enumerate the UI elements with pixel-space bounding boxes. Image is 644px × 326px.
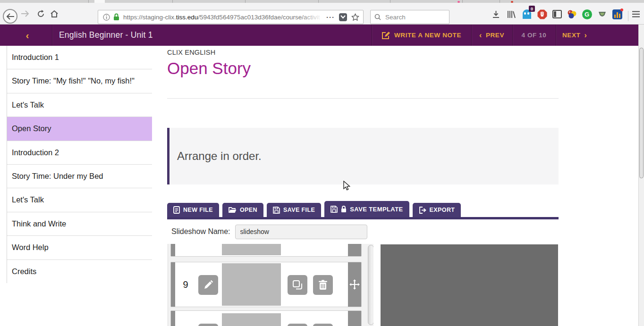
sidebar-item-story-time-my-fish[interactable]: Story Time: "My fish!" "No, my fish!" (7, 69, 152, 93)
floppy-disk-icon (330, 206, 338, 213)
export-label: EXPORT (430, 207, 455, 213)
adblock-extension-button[interactable] (536, 8, 548, 20)
slide-preview-pane (381, 244, 558, 326)
duplicate-slide-button[interactable] (288, 275, 307, 295)
slide-thumbnail (222, 313, 281, 326)
back-arrow-icon (6, 13, 15, 20)
sidebar-item-introduction-2[interactable]: Introduction 2 (7, 141, 152, 165)
library-button[interactable] (506, 8, 517, 20)
new-file-tab[interactable]: NEW FILE (167, 203, 219, 217)
course-title: English Beginner - Unit 1 (59, 25, 153, 46)
delete-slide-button[interactable] (313, 324, 333, 326)
save-template-tab[interactable]: SAVE TEMPLATE (324, 201, 409, 217)
sidebar-item-word-help[interactable]: Word Help (7, 236, 152, 259)
next-chevron-icon: › (584, 31, 587, 40)
panel-icon (552, 10, 562, 18)
slide-row-9[interactable]: 9 (170, 262, 362, 307)
sidebar-item-introduction-1[interactable]: Introduction 1 (7, 46, 152, 69)
grammarly-extension-button[interactable]: G (581, 8, 593, 20)
delete-slide-button[interactable] (313, 275, 333, 295)
slideshow-name-label: Slideshow Name: (171, 227, 230, 236)
move-handle[interactable] (348, 262, 361, 307)
prev-label: PREV (486, 32, 504, 39)
save-file-tab[interactable]: SAVE FILE (267, 203, 321, 217)
next-button[interactable]: NEXT › (556, 25, 612, 46)
site-info-icon[interactable] (98, 14, 113, 21)
slide-row-partial-top[interactable] (170, 244, 362, 257)
lock-icon (341, 206, 347, 213)
instruction-box: Arrange in order. (167, 128, 559, 184)
ghostery-badge: 0 (529, 6, 535, 12)
chart-extension-button[interactable] (611, 8, 623, 20)
sidebar-item-credits[interactable]: Credits (7, 260, 152, 283)
adblock-stop-hand-icon (537, 9, 547, 19)
sidebar-item-story-time-under-my-bed[interactable]: Story Time: Under my Bed (7, 165, 152, 188)
bookmark-star-icon[interactable] (351, 13, 359, 21)
activity-content: CLIX ENGLISH Open Story Arrange in order… (167, 46, 559, 326)
write-note-icon (381, 31, 390, 40)
open-tab[interactable]: OPEN (222, 203, 263, 217)
ghostery-extension-button[interactable]: 0 (521, 8, 533, 20)
row-left-strip (171, 244, 175, 256)
home-icon (50, 10, 59, 18)
slide-row-partial-bottom[interactable] (170, 310, 362, 326)
url-prefix: https://staging-clix. (123, 14, 176, 21)
write-note-label: WRITE A NEW NOTE (394, 32, 461, 39)
download-button[interactable] (490, 8, 501, 20)
export-tab[interactable]: EXPORT (413, 203, 461, 217)
page-scrollbar[interactable] (638, 25, 644, 326)
shield-badge-icon (598, 11, 606, 18)
slideshow-name-input[interactable] (235, 225, 367, 239)
edit-slide-button[interactable] (198, 275, 218, 295)
sidebar-item-lets-talk-2[interactable]: Let's Talk (7, 188, 152, 212)
trash-icon (318, 280, 328, 290)
url-fade (301, 14, 322, 21)
home-button[interactable] (48, 3, 61, 25)
sidebar-item-lets-talk-1[interactable]: Let's Talk (7, 93, 152, 117)
course-back-button[interactable]: ‹ (18, 25, 37, 46)
page-position-indicator: 4 OF 10 (512, 25, 556, 46)
open-folder-icon (229, 207, 237, 213)
download-icon (492, 10, 500, 18)
menu-button[interactable] (630, 8, 642, 20)
sidebar-panel-extension-button[interactable] (551, 8, 563, 20)
search-bar[interactable] (370, 10, 449, 24)
pocket-icon[interactable] (339, 13, 347, 21)
move-handle[interactable] (348, 311, 361, 326)
slide-list: 9 (168, 244, 373, 326)
sidebar-item-open-story[interactable]: Open Story (7, 117, 152, 141)
slideshow-toolbar: NEW FILE OPEN SAVE FILE SAVE TEMPLATE EX… (167, 202, 559, 217)
row-left-strip (171, 262, 175, 307)
export-arrow-icon (419, 207, 426, 214)
url-bar[interactable]: https://staging-clix.tiss.edu/5943fd5649… (98, 10, 364, 24)
edit-slide-button[interactable] (198, 324, 218, 326)
move-arrows-icon (349, 279, 360, 290)
page-actions-icon[interactable]: ··· (326, 13, 335, 21)
sidebar-item-think-and-write[interactable]: Think and Write (7, 212, 152, 236)
prev-button[interactable]: ‹ PREV (471, 25, 512, 46)
search-input[interactable] (384, 13, 436, 21)
duplicate-slide-button[interactable] (288, 324, 307, 326)
forward-arrow-icon (21, 10, 29, 17)
url-domain: tiss.edu (176, 14, 198, 21)
https-lock-icon[interactable] (113, 13, 123, 21)
url-text: https://staging-clix.tiss.edu/5943fd5649… (123, 14, 322, 21)
chart-extension-icon (612, 9, 622, 19)
row-left-strip (171, 311, 175, 326)
course-label: CLIX ENGLISH (167, 49, 215, 56)
save-template-label: SAVE TEMPLATE (350, 206, 403, 213)
document-icon (173, 206, 180, 214)
reload-button[interactable] (34, 3, 47, 25)
course-header: ‹ English Beginner - Unit 1 WRITE A NEW … (0, 25, 638, 46)
toolbar-separator (628, 11, 628, 21)
shield-extension-button[interactable] (596, 8, 608, 20)
title-divider (167, 98, 559, 99)
forward-button[interactable] (19, 3, 31, 25)
slide-list-scrollbar[interactable] (368, 245, 373, 325)
write-note-button[interactable]: WRITE A NEW NOTE (372, 25, 471, 46)
browser-toolbar: https://staging-clix.tiss.edu/5943fd5649… (0, 3, 644, 25)
back-button[interactable] (3, 9, 17, 24)
colored-spheres-extension-button[interactable] (566, 8, 577, 20)
page-scrollbar-thumb[interactable] (639, 48, 644, 178)
move-handle[interactable] (348, 244, 361, 256)
